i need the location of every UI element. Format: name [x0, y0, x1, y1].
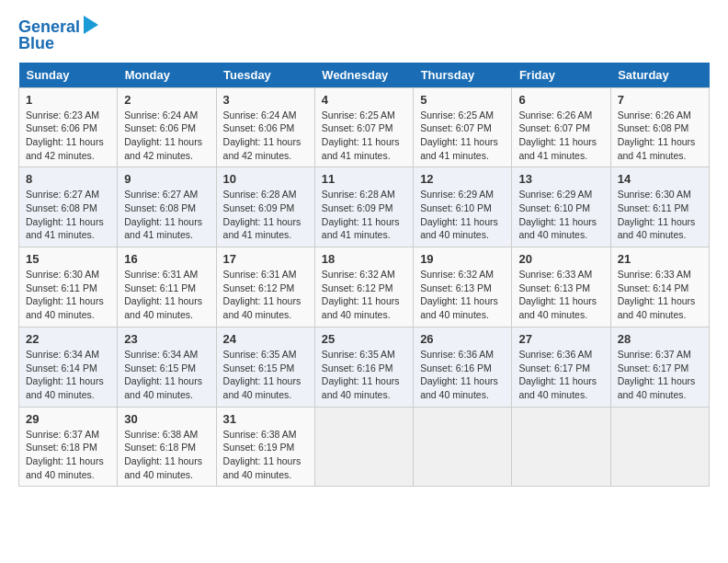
calendar-cell: 7 Sunrise: 6:26 AM Sunset: 6:08 PM Dayli… — [610, 87, 709, 167]
weekday-header-thursday: Thursday — [414, 63, 512, 88]
sunset-label: Sunset: 6:07 PM — [322, 122, 393, 133]
calendar-cell — [314, 407, 413, 487]
day-number: 17 — [223, 252, 308, 266]
sunrise-label: Sunrise: 6:28 AM — [322, 189, 395, 200]
cell-content: Sunrise: 6:31 AM Sunset: 6:12 PM Dayligh… — [223, 268, 308, 322]
calendar-cell: 10 Sunrise: 6:28 AM Sunset: 6:09 PM Dayl… — [216, 167, 314, 247]
sunrise-label: Sunrise: 6:31 AM — [223, 269, 297, 280]
cell-content: Sunrise: 6:24 AM Sunset: 6:06 PM Dayligh… — [124, 109, 209, 163]
daylight-label: Daylight: 11 hours and 41 minutes. — [322, 136, 400, 161]
daylight-label: Daylight: 11 hours and 42 minutes. — [124, 136, 202, 161]
day-number: 30 — [124, 412, 209, 426]
weekday-header-wednesday: Wednesday — [314, 63, 413, 88]
daylight-label: Daylight: 11 hours and 40 minutes. — [124, 455, 202, 480]
sunrise-label: Sunrise: 6:33 AM — [618, 269, 691, 280]
sunset-label: Sunset: 6:10 PM — [420, 202, 492, 213]
sunset-label: Sunset: 6:10 PM — [518, 202, 590, 213]
calendar-week-4: 22 Sunrise: 6:34 AM Sunset: 6:14 PM Dayl… — [19, 327, 710, 407]
calendar-cell: 17 Sunrise: 6:31 AM Sunset: 6:12 PM Dayl… — [216, 247, 314, 327]
sunrise-label: Sunrise: 6:37 AM — [26, 429, 99, 440]
day-number: 24 — [223, 332, 308, 346]
cell-content: Sunrise: 6:26 AM Sunset: 6:08 PM Dayligh… — [618, 109, 702, 163]
calendar-cell: 31 Sunrise: 6:38 AM Sunset: 6:19 PM Dayl… — [216, 407, 314, 487]
daylight-label: Daylight: 11 hours and 40 minutes. — [618, 375, 696, 400]
day-number: 1 — [26, 93, 110, 107]
day-number: 22 — [26, 332, 110, 346]
day-number: 9 — [124, 172, 209, 186]
calendar-cell: 14 Sunrise: 6:30 AM Sunset: 6:11 PM Dayl… — [610, 167, 709, 247]
cell-content: Sunrise: 6:36 AM Sunset: 6:17 PM Dayligh… — [518, 348, 603, 402]
calendar-cell: 19 Sunrise: 6:32 AM Sunset: 6:13 PM Dayl… — [414, 247, 512, 327]
day-number: 18 — [322, 252, 406, 266]
day-number: 27 — [518, 332, 603, 346]
svg-marker-0 — [84, 16, 98, 34]
logo-icon — [82, 16, 98, 36]
cell-content: Sunrise: 6:23 AM Sunset: 6:06 PM Dayligh… — [26, 109, 110, 163]
sunrise-label: Sunrise: 6:26 AM — [618, 109, 691, 121]
daylight-label: Daylight: 11 hours and 40 minutes. — [518, 375, 597, 400]
daylight-label: Daylight: 11 hours and 41 minutes. — [518, 136, 597, 161]
page-header: General Blue — [18, 18, 710, 53]
cell-content: Sunrise: 6:38 AM Sunset: 6:19 PM Dayligh… — [223, 428, 308, 482]
calendar-cell: 8 Sunrise: 6:27 AM Sunset: 6:08 PM Dayli… — [19, 167, 118, 247]
cell-content: Sunrise: 6:29 AM Sunset: 6:10 PM Dayligh… — [518, 188, 603, 242]
cell-content: Sunrise: 6:28 AM Sunset: 6:09 PM Dayligh… — [223, 188, 308, 242]
calendar-cell: 28 Sunrise: 6:37 AM Sunset: 6:17 PM Dayl… — [610, 327, 709, 407]
day-number: 28 — [618, 332, 702, 346]
sunrise-label: Sunrise: 6:34 AM — [124, 349, 198, 360]
sunrise-label: Sunrise: 6:27 AM — [26, 189, 99, 200]
calendar-week-3: 15 Sunrise: 6:30 AM Sunset: 6:11 PM Dayl… — [19, 247, 710, 327]
weekday-header-sunday: Sunday — [19, 63, 118, 88]
calendar-cell: 12 Sunrise: 6:29 AM Sunset: 6:10 PM Dayl… — [414, 167, 512, 247]
day-number: 2 — [124, 93, 209, 107]
sunrise-label: Sunrise: 6:24 AM — [223, 109, 297, 121]
daylight-label: Daylight: 11 hours and 41 minutes. — [124, 216, 202, 241]
day-number: 4 — [322, 93, 406, 107]
day-number: 3 — [223, 93, 308, 107]
day-number: 16 — [124, 252, 209, 266]
sunrise-label: Sunrise: 6:32 AM — [420, 269, 494, 280]
cell-content: Sunrise: 6:27 AM Sunset: 6:08 PM Dayligh… — [124, 188, 209, 242]
sunset-label: Sunset: 6:15 PM — [223, 362, 295, 373]
calendar-cell: 9 Sunrise: 6:27 AM Sunset: 6:08 PM Dayli… — [118, 167, 216, 247]
sunrise-label: Sunrise: 6:32 AM — [322, 269, 395, 280]
calendar-week-5: 29 Sunrise: 6:37 AM Sunset: 6:18 PM Dayl… — [19, 407, 710, 487]
day-number: 25 — [322, 332, 406, 346]
cell-content: Sunrise: 6:38 AM Sunset: 6:18 PM Dayligh… — [124, 428, 209, 482]
sunset-label: Sunset: 6:13 PM — [518, 282, 590, 293]
daylight-label: Daylight: 11 hours and 40 minutes. — [26, 455, 104, 480]
calendar-cell: 3 Sunrise: 6:24 AM Sunset: 6:06 PM Dayli… — [216, 87, 314, 167]
day-number: 10 — [223, 172, 308, 186]
sunrise-label: Sunrise: 6:37 AM — [618, 349, 691, 360]
sunrise-label: Sunrise: 6:36 AM — [420, 349, 494, 360]
sunrise-label: Sunrise: 6:35 AM — [322, 349, 395, 360]
calendar-cell: 13 Sunrise: 6:29 AM Sunset: 6:10 PM Dayl… — [512, 167, 610, 247]
calendar-cell: 24 Sunrise: 6:35 AM Sunset: 6:15 PM Dayl… — [216, 327, 314, 407]
daylight-label: Daylight: 11 hours and 41 minutes. — [223, 216, 301, 241]
cell-content: Sunrise: 6:26 AM Sunset: 6:07 PM Dayligh… — [518, 109, 603, 163]
day-number: 12 — [420, 172, 505, 186]
sunrise-label: Sunrise: 6:30 AM — [618, 189, 691, 200]
weekday-header-monday: Monday — [118, 63, 216, 88]
sunrise-label: Sunrise: 6:27 AM — [124, 189, 198, 200]
cell-content: Sunrise: 6:25 AM Sunset: 6:07 PM Dayligh… — [322, 109, 406, 163]
cell-content: Sunrise: 6:31 AM Sunset: 6:11 PM Dayligh… — [124, 268, 209, 322]
sunset-label: Sunset: 6:18 PM — [124, 442, 196, 453]
daylight-label: Daylight: 11 hours and 42 minutes. — [223, 136, 301, 161]
sunrise-label: Sunrise: 6:38 AM — [223, 429, 297, 440]
day-number: 13 — [518, 172, 603, 186]
daylight-label: Daylight: 11 hours and 40 minutes. — [223, 295, 301, 320]
sunset-label: Sunset: 6:17 PM — [618, 362, 689, 373]
cell-content: Sunrise: 6:27 AM Sunset: 6:08 PM Dayligh… — [26, 188, 110, 242]
weekday-header-row: SundayMondayTuesdayWednesdayThursdayFrid… — [19, 63, 710, 88]
weekday-header-tuesday: Tuesday — [216, 63, 314, 88]
cell-content: Sunrise: 6:35 AM Sunset: 6:16 PM Dayligh… — [322, 348, 406, 402]
daylight-label: Daylight: 11 hours and 41 minutes. — [618, 136, 696, 161]
calendar-week-1: 1 Sunrise: 6:23 AM Sunset: 6:06 PM Dayli… — [19, 87, 710, 167]
sunset-label: Sunset: 6:18 PM — [26, 442, 97, 453]
sunset-label: Sunset: 6:14 PM — [618, 282, 689, 293]
sunset-label: Sunset: 6:14 PM — [26, 362, 97, 373]
weekday-header-friday: Friday — [512, 63, 610, 88]
sunset-label: Sunset: 6:07 PM — [518, 122, 590, 133]
sunset-label: Sunset: 6:06 PM — [223, 122, 295, 133]
